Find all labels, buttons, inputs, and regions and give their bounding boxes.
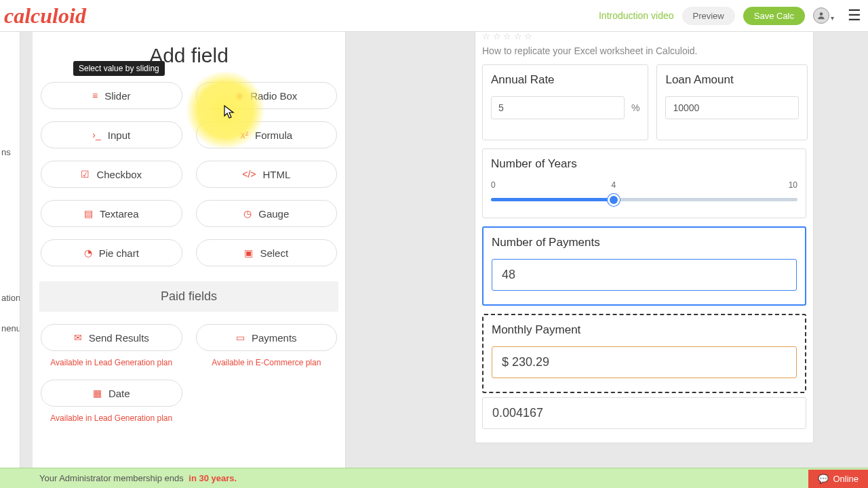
field-radio[interactable]: ◉Radio Box (196, 82, 338, 109)
loan-amount-input[interactable] (665, 96, 799, 119)
field-html[interactable]: </>HTML (196, 161, 338, 188)
field-slider[interactable]: ≡Slider (41, 82, 182, 109)
terminal-icon: ›_ (92, 129, 100, 140)
caret-icon: ▾ (831, 14, 834, 22)
user-menu[interactable]: ▾ (813, 7, 834, 24)
loan-amount-field[interactable]: Loan Amount (656, 64, 808, 140)
slider-value: 4 (611, 180, 616, 190)
paid-fields-heading: Paid fields (39, 281, 338, 312)
calendar-icon: ▦ (93, 388, 102, 399)
field-payments[interactable]: ▭Payments (196, 324, 338, 351)
field-pie[interactable]: ◔Pie chart (41, 239, 182, 266)
availability-label: Available in Lead Generation plan (41, 413, 182, 423)
save-button[interactable]: Save Calc (743, 7, 805, 25)
rating-stars[interactable]: ☆ ☆ ☆ ☆ ☆ (475, 32, 813, 41)
chat-icon: 💬 (818, 474, 829, 484)
add-field-panel: Add field ≡Slider ◉Radio Box ›_Input x²F… (33, 32, 346, 468)
membership-footer: Your Administrator membership ends in 30… (0, 468, 868, 488)
tooltip: Select value by sliding (73, 61, 165, 76)
slider-thumb[interactable] (608, 194, 620, 206)
slider-track[interactable] (491, 198, 797, 201)
preview-area: ☆ ☆ ☆ ☆ ☆ How to replicate your Excel wo… (353, 32, 868, 468)
pie-icon: ◔ (84, 247, 92, 258)
field-label: Number of Payments (492, 236, 797, 249)
availability-label: Available in Lead Generation plan (41, 358, 182, 367)
svg-point-0 (820, 12, 823, 16)
slider-min: 0 (491, 180, 496, 190)
annual-rate-field[interactable]: Annual Rate % (482, 64, 648, 140)
code-icon: </> (242, 169, 256, 180)
field-select[interactable]: ▣Select (196, 239, 338, 266)
sliders-icon: ≡ (92, 90, 98, 101)
payments-input[interactable] (492, 259, 797, 291)
field-send-results[interactable]: ✉Send Results (41, 324, 182, 351)
intro-video-link[interactable]: Introduction video (599, 10, 674, 21)
field-label: Monthly Payment (492, 323, 797, 337)
slider-max: 10 (789, 180, 797, 190)
radio-icon: ◉ (235, 90, 243, 101)
field-textarea[interactable]: ▤Textarea (41, 200, 182, 227)
avatar-icon (813, 7, 829, 24)
chat-widget[interactable]: 💬 Online (808, 470, 868, 488)
slider-fill (491, 198, 614, 201)
brand-logo[interactable]: calculoid (4, 3, 86, 28)
field-label: Loan Amount (665, 73, 799, 87)
select-icon: ▣ (244, 247, 253, 258)
field-checkbox[interactable]: ☑Checkbox (41, 161, 182, 188)
preview-button[interactable]: Preview (682, 7, 735, 25)
topbar: calculoid Introduction video Preview Sav… (0, 0, 868, 32)
years-field[interactable]: Number of Years 0 4 10 (482, 148, 806, 218)
percent-suffix: % (631, 102, 639, 113)
availability-label: Available in E-Commerce plan (196, 358, 338, 367)
calc-subtitle: How to replicate your Excel worksheet in… (475, 41, 813, 64)
field-formula[interactable]: x²Formula (196, 121, 338, 148)
money-icon: ▭ (236, 332, 245, 343)
gauge-icon: ◷ (243, 208, 252, 219)
list-icon: ▤ (84, 208, 93, 219)
field-label: Number of Years (491, 157, 797, 171)
sidebar-edge: ns ation nenu (0, 32, 20, 468)
extra-output (482, 397, 806, 429)
monthly-payment-field[interactable]: Monthly Payment (482, 314, 806, 393)
payments-field[interactable]: Number of Payments (482, 226, 806, 306)
annual-rate-input[interactable] (491, 96, 625, 119)
field-label: Annual Rate (491, 73, 639, 87)
formula-icon: x² (240, 129, 248, 140)
hamburger-icon[interactable]: ☰ (848, 7, 861, 24)
field-gauge[interactable]: ◷Gauge (196, 200, 338, 227)
field-date[interactable]: ▦Date (41, 380, 182, 407)
calculator-card: ☆ ☆ ☆ ☆ ☆ How to replicate your Excel wo… (475, 32, 814, 443)
envelope-icon: ✉ (74, 332, 82, 343)
checkbox-icon: ☑ (81, 169, 90, 180)
monthly-output (492, 346, 797, 378)
field-input[interactable]: ›_Input (41, 121, 182, 148)
